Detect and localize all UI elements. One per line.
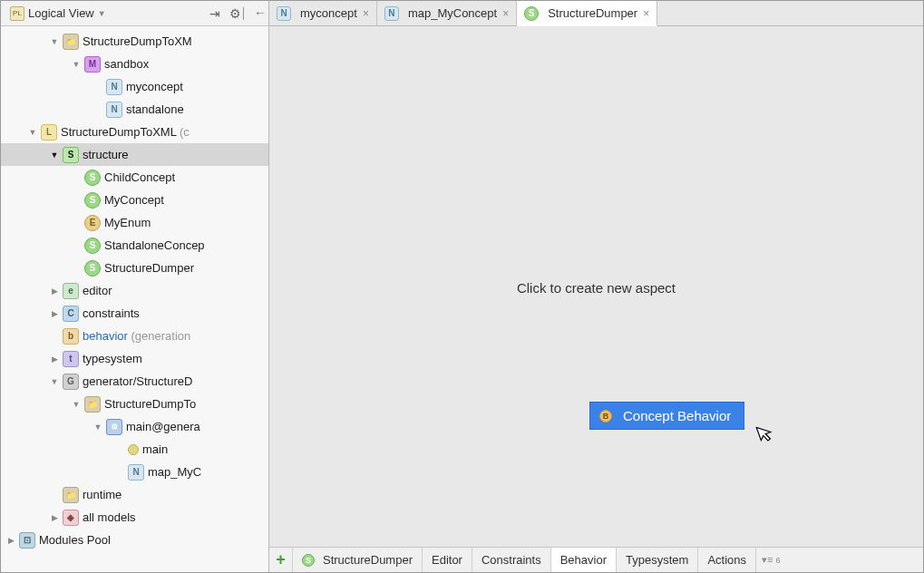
n-icon: N — [384, 6, 399, 21]
view-icon: PL — [10, 6, 24, 21]
view-selector[interactable]: PL Logical View ▼ — [5, 5, 112, 23]
tree-item-runtime[interactable]: ▶📁runtime — [1, 483, 268, 506]
add-tab-button[interactable]: + — [269, 548, 293, 572]
tree-toggle-icon[interactable]: ▼ — [92, 421, 104, 433]
tree-item-structuredumpto[interactable]: ▼📁StructureDumpTo — [1, 393, 268, 415]
tree-toggle-icon[interactable]: ▶ — [48, 307, 61, 320]
tree-item-label: sandbox — [104, 57, 149, 71]
tree-item-map-myc[interactable]: ▶Nmap_MyC — [1, 461, 268, 483]
tree-item-main[interactable]: ▶main — [1, 438, 268, 461]
t-folder-icon: t — [63, 351, 79, 367]
g-icon: G — [63, 374, 79, 390]
close-icon[interactable]: × — [502, 7, 509, 20]
tree-item-childconcept[interactable]: ▶SChildConcept — [1, 166, 268, 189]
tree-item-editor[interactable]: ▶eeditor — [1, 279, 268, 302]
tree-item-structuredumptoxm[interactable]: ▼📁StructureDumpToXM — [1, 30, 268, 53]
editor-hint: Click to create new aspect — [517, 280, 676, 296]
tree-item-sandbox[interactable]: ▼Msandbox — [1, 53, 268, 75]
e-circle-icon: E — [84, 215, 101, 231]
bottom-tab-typesystem[interactable]: Typesystem — [617, 548, 698, 572]
tree-item-main-genera[interactable]: ▼⊞main@genera — [1, 415, 268, 438]
tree-item-label: Modules Pool — [39, 533, 111, 547]
tree-item-constraints[interactable]: ▶Cconstraints — [1, 302, 268, 325]
tree-toggle-icon[interactable]: ▶ — [5, 534, 17, 547]
tree-toggle-icon[interactable]: ▼ — [48, 35, 61, 48]
sidebar: PL Logical View ▼ ⇥ ⚙ ⎸← ▼📁StructureDump… — [1, 1, 269, 572]
bottom-tabs-overflow[interactable]: ▾≡ 6 — [756, 548, 786, 572]
tree-item-all-models[interactable]: ▶◈all models — [1, 506, 268, 529]
tree-item-behavior[interactable]: ▶bbehavior (generation — [1, 325, 268, 347]
bottom-tab-label: Actions — [707, 553, 746, 567]
c-folder-icon: C — [63, 306, 79, 322]
tab-map-myconcept[interactable]: Nmap_MyConcept× — [377, 1, 517, 25]
tree-item-myenum[interactable]: ▶EMyEnum — [1, 211, 268, 234]
tree-item-structuredumptoxml[interactable]: ▼LStructureDumpToXML (c — [1, 121, 268, 143]
tree-item-label: MyEnum — [104, 216, 151, 229]
gear-icon[interactable]: ⚙ — [225, 4, 245, 24]
tree-item-standalone[interactable]: ▶Nstandalone — [1, 98, 268, 121]
tab-label: map_MyConcept — [408, 6, 497, 20]
tree-item-standaloneconcep[interactable]: ▶SStandaloneConcep — [1, 234, 268, 257]
bottom-tab-editor[interactable]: Editor — [423, 548, 472, 572]
tree-item-label: all models — [83, 510, 136, 524]
concept-behavior-popup[interactable]: B Concept Behavior — [589, 402, 744, 430]
tree-item-generator-structured[interactable]: ▼Ggenerator/StructureD — [1, 370, 268, 393]
close-icon[interactable]: × — [643, 7, 649, 20]
tree-item-structure[interactable]: ▼Sstructure — [1, 143, 268, 166]
bottom-tab-behavior[interactable]: Behavior — [551, 548, 617, 572]
n-icon: N — [106, 79, 122, 95]
tree-item-label: main — [142, 442, 168, 456]
bottom-tab-actions[interactable]: Actions — [698, 548, 756, 572]
tree-item-typesystem[interactable]: ▶ttypesystem — [1, 347, 268, 370]
s-circle-icon: S — [302, 554, 315, 567]
bottom-tab-structuredumper[interactable]: SStructureDumper — [293, 548, 423, 572]
tree-item-label: behavior (generation — [83, 329, 190, 343]
s-circle-icon: S — [524, 6, 539, 21]
collapse-icon[interactable]: ⎸← — [245, 4, 265, 24]
scroll-from-source-icon[interactable]: ⇥ — [205, 4, 225, 24]
cursor-icon — [755, 422, 779, 451]
pool-icon: ⊡ — [19, 532, 35, 549]
tree-item-label: StructureDumpTo — [104, 397, 196, 411]
bottom-tab-constraints[interactable]: Constraints — [472, 548, 551, 572]
folder-icon: 📁 — [84, 396, 101, 413]
tree-item-label: map_MyC — [148, 465, 201, 479]
tree-toggle-icon[interactable]: ▼ — [26, 126, 39, 139]
close-icon[interactable]: × — [363, 7, 369, 20]
sidebar-header: PL Logical View ▼ ⇥ ⚙ ⎸← — [1, 1, 268, 26]
l-icon: L — [41, 124, 57, 141]
tree-toggle-icon[interactable]: ▼ — [48, 149, 61, 161]
editor-area[interactable]: Click to create new aspect B Concept Beh… — [269, 26, 923, 547]
bottom-tabs: + SStructureDumperEditorConstraintsBehav… — [269, 547, 923, 572]
tree-item-structuredumper[interactable]: ▶SStructureDumper — [1, 257, 268, 279]
chevron-down-icon: ▼ — [98, 9, 106, 18]
tab-myconcept[interactable]: Nmyconcept× — [269, 1, 377, 25]
tree-toggle-icon[interactable]: ▼ — [48, 375, 61, 388]
tree-item-label: StructureDumpToXML (c — [61, 125, 190, 139]
tree-toggle-icon[interactable]: ▼ — [70, 58, 83, 71]
tree-item-modules-pool[interactable]: ▶⊡Modules Pool — [1, 529, 268, 551]
tab-structuredumper[interactable]: SStructureDumper× — [517, 1, 657, 26]
tree-item-label: constraints — [83, 306, 140, 320]
tree-item-label: runtime — [83, 488, 122, 501]
e-folder-icon: e — [63, 283, 79, 299]
s-circle-icon: S — [84, 192, 101, 209]
bottom-tab-label: Editor — [432, 553, 462, 567]
bottom-tab-label: Constraints — [481, 553, 541, 567]
tree-item-myconcept[interactable]: ▶SMyConcept — [1, 189, 268, 211]
tree-item-label: ChildConcept — [104, 170, 175, 184]
tree-item-label: StructureDumper — [104, 261, 194, 275]
tab-label: myconcept — [300, 6, 357, 20]
tab-label: StructureDumper — [548, 6, 637, 20]
tree-toggle-icon[interactable]: ▼ — [70, 398, 83, 411]
tree-item-label: editor — [83, 284, 112, 297]
tree-item-label: typesystem — [83, 352, 142, 365]
tree-item-label: StructureDumpToXM — [83, 34, 192, 48]
tree-toggle-icon[interactable]: ▶ — [48, 285, 61, 297]
tree-item-myconcept[interactable]: ▶Nmyconcept — [1, 75, 268, 98]
tree-toggle-icon[interactable]: ▶ — [48, 511, 61, 524]
overflow-menu-icon: ▾≡ — [762, 554, 773, 566]
behavior-icon: B — [599, 410, 612, 422]
s-circle-icon: S — [84, 238, 101, 254]
tree-toggle-icon[interactable]: ▶ — [48, 353, 61, 365]
